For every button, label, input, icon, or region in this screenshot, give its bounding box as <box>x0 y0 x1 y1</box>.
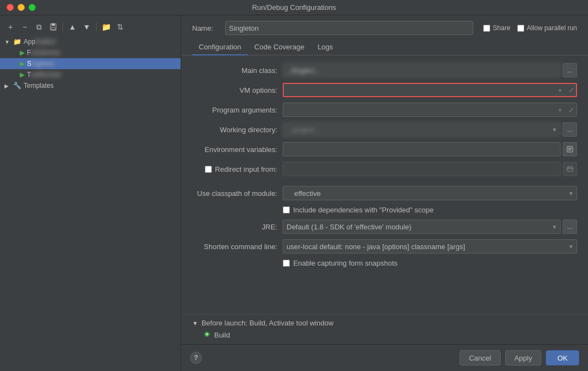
move-down-button[interactable]: ▼ <box>81 21 93 33</box>
include-dependencies-row: Include dependencies with "Provided" sco… <box>192 206 577 214</box>
right-panel: Name: Share Allow parallel run Configura… <box>181 15 588 371</box>
redirect-input-checkbox[interactable] <box>205 166 212 173</box>
before-launch-title: Before launch: Build, Activate tool wind… <box>201 319 334 327</box>
tree-item-templates[interactable]: ▶ 🔧 Templates <box>0 80 181 91</box>
add-config-button[interactable]: + <box>4 21 16 33</box>
jre-browse-button[interactable]: ... <box>563 220 577 234</box>
vm-expand-button[interactable]: ⤢ <box>566 85 576 95</box>
vm-options-row: VM options: + ⤢ <box>192 83 577 97</box>
svg-rect-1 <box>52 24 55 26</box>
close-button[interactable] <box>7 4 14 11</box>
tree-item-label-templates: Templates <box>24 82 54 89</box>
tree-item-label-f: FooService <box>27 49 60 57</box>
vm-options-control: + ⤢ <box>283 83 577 97</box>
before-launch-section: ▼ Before launch: Build, Activate tool wi… <box>181 314 588 344</box>
allow-parallel-checkbox[interactable] <box>517 25 524 32</box>
shorten-command-control: user-local default: none - java [options… <box>283 239 577 254</box>
name-input[interactable] <box>225 21 473 35</box>
tab-configuration[interactable]: Configuration <box>192 40 248 55</box>
shorten-command-label: Shorten command line: <box>192 243 283 251</box>
working-directory-wrapper: ▼ <box>283 122 561 137</box>
bottom-bar: ? Cancel Apply OK <box>181 344 588 371</box>
tree-item-s[interactable]: ▶ Singleton <box>0 58 181 69</box>
help-button[interactable]: ? <box>190 352 202 364</box>
before-launch-item-build: Build <box>192 330 577 340</box>
prog-input-wrapper: + ⤢ <box>283 103 577 117</box>
before-launch-expand-icon[interactable]: ▼ <box>192 320 198 327</box>
redirect-input-control <box>283 162 577 176</box>
prog-expand-button[interactable]: ⤢ <box>566 104 576 115</box>
jre-select[interactable]: Default (1.8 - SDK of 'effective' module… <box>283 220 561 234</box>
classpath-module-control: effective ▼ <box>283 186 577 200</box>
classpath-module-label: Use classpath of module: <box>192 189 283 198</box>
tabs-bar: Configuration Code Coverage Logs <box>181 40 588 55</box>
redirect-input-browse-button[interactable] <box>563 162 577 176</box>
program-arguments-control: + ⤢ <box>283 103 577 117</box>
env-variables-edit-button[interactable] <box>563 142 577 156</box>
sort-button[interactable]: ⇅ <box>114 21 126 33</box>
env-variables-input[interactable] <box>283 142 561 156</box>
program-arguments-input[interactable] <box>283 103 577 117</box>
vm-input-wrapper: + ⤢ <box>283 83 577 97</box>
enable-capturing-label[interactable]: Enable capturing form snapshots <box>293 259 397 267</box>
window-title: Run/Debug Configurations <box>252 3 336 12</box>
allow-parallel-checkbox-label[interactable]: Allow parallel run <box>517 24 577 32</box>
name-row: Name: Share Allow parallel run <box>181 15 588 40</box>
shorten-command-select[interactable]: user-local default: none - java [options… <box>283 239 577 254</box>
include-dependencies-label[interactable]: Include dependencies with "Provided" sco… <box>293 206 434 214</box>
working-directory-input[interactable] <box>283 122 561 137</box>
jre-label: JRE: <box>192 223 283 231</box>
enable-capturing-checkbox[interactable] <box>283 260 290 267</box>
working-directory-label: Working directory: <box>192 126 283 134</box>
main-class-control: ... <box>283 63 577 77</box>
move-up-button[interactable]: ▲ <box>66 21 79 33</box>
tab-code-coverage[interactable]: Code Coverage <box>248 40 311 55</box>
enable-capturing-row: Enable capturing form snapshots <box>192 259 577 267</box>
include-dependencies-checkbox[interactable] <box>283 206 290 213</box>
name-label: Name: <box>192 24 220 32</box>
redirect-input-label[interactable]: Redirect input from: <box>215 165 277 173</box>
templates-expand-icon: ▶ <box>4 83 11 89</box>
main-container: + − ⧉ ▲ ▼ 📁 ⇅ ▼ 📁 Application ▶ <box>0 15 588 371</box>
folder-button[interactable]: 📁 <box>100 21 112 33</box>
tab-logs[interactable]: Logs <box>311 40 339 55</box>
prog-plus-button[interactable]: + <box>555 104 565 115</box>
vm-plus-button[interactable]: + <box>555 85 565 95</box>
program-arguments-label: Program arguments: <box>192 106 283 114</box>
cancel-button[interactable]: Cancel <box>460 350 500 366</box>
maximize-button[interactable] <box>29 4 36 11</box>
jre-control: Default (1.8 - SDK of 'effective' module… <box>283 220 577 234</box>
folder-icon: 📁 <box>13 38 21 46</box>
templates-icon: 🔧 <box>13 82 21 89</box>
share-checkbox[interactable] <box>483 25 490 32</box>
classpath-module-select[interactable]: effective <box>283 186 577 200</box>
jre-row: JRE: Default (1.8 - SDK of 'effective' m… <box>192 220 577 234</box>
svg-rect-2 <box>52 27 55 30</box>
main-class-label: Main class: <box>192 66 283 75</box>
apply-button[interactable]: Apply <box>505 350 542 366</box>
remove-config-button[interactable]: − <box>19 21 31 33</box>
tree-item-label-t: TestRunner <box>27 71 61 78</box>
svg-rect-7 <box>567 167 573 171</box>
config-icon-t: ▶ <box>20 71 25 78</box>
share-checkbox-label[interactable]: Share <box>483 24 511 32</box>
redirect-input-field[interactable] <box>283 162 561 176</box>
tree-item-label: Application <box>24 38 56 46</box>
vm-options-label: VM options: <box>192 86 283 94</box>
expand-icon: ▼ <box>4 39 11 45</box>
main-class-input[interactable] <box>283 63 561 77</box>
main-class-row: Main class: ... <box>192 63 577 77</box>
tree-item-t[interactable]: ▶ TestRunner <box>0 69 181 80</box>
classpath-module-row: Use classpath of module: effective ▼ <box>192 186 577 200</box>
tree-item-application[interactable]: ▼ 📁 Application <box>0 36 181 47</box>
copy-config-button[interactable]: ⧉ <box>33 21 45 33</box>
minimize-button[interactable] <box>18 4 25 11</box>
working-directory-browse-button[interactable]: ... <box>563 122 577 137</box>
ok-button[interactable]: OK <box>546 350 579 366</box>
build-icon <box>203 330 211 340</box>
config-icon: ▶ <box>20 49 25 57</box>
save-config-button[interactable] <box>47 21 59 33</box>
vm-options-input[interactable] <box>283 83 577 97</box>
tree-item-f[interactable]: ▶ FooService <box>0 47 181 58</box>
main-class-browse-button[interactable]: ... <box>563 63 577 77</box>
